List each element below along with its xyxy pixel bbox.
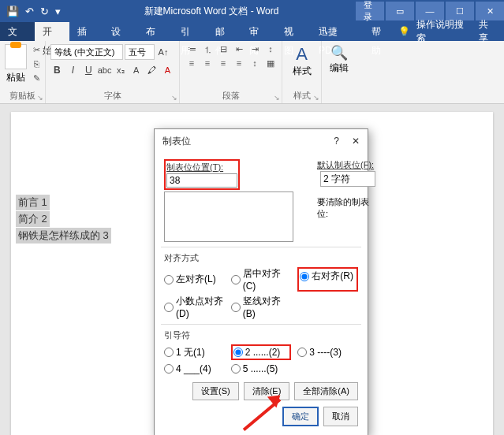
italic-button[interactable]: I	[66, 63, 80, 77]
toc-line[interactable]: 前言 1	[16, 195, 50, 210]
styles-label: 样式	[293, 65, 312, 78]
align-center-icon[interactable]: ≡	[200, 58, 215, 71]
shading-icon[interactable]: ▦	[263, 58, 278, 71]
paragraph-launcher-icon[interactable]: ↘	[274, 94, 280, 102]
group-label-font: 字体	[46, 90, 179, 102]
numbering-icon[interactable]: ⒈	[200, 44, 215, 57]
align-bar-radio[interactable]: 竖线对齐(B)	[231, 295, 292, 319]
save-icon[interactable]: 💾	[6, 6, 19, 17]
dialog-title: 制表位	[162, 135, 191, 148]
grow-font-icon[interactable]: A↑	[156, 45, 170, 59]
highlight-button[interactable]: 🖍	[145, 63, 159, 77]
bold-button[interactable]: B	[50, 63, 64, 77]
toc-line[interactable]: 钢铁是怎样练成的 3	[16, 228, 111, 244]
tab-positions-list[interactable]	[164, 191, 293, 242]
paste-label: 粘贴	[6, 71, 25, 84]
quick-access-toolbar: 💾 ↶ ↻ ▾	[0, 6, 67, 17]
styles-icon: A	[296, 44, 308, 65]
share-button[interactable]: 共享	[479, 18, 498, 45]
redo-icon[interactable]: ↻	[40, 6, 49, 17]
clipboard-launcher-icon[interactable]: ↘	[37, 94, 43, 102]
effects-button[interactable]: A	[129, 63, 143, 77]
menu-bar: 文件 开始 插入 设计 布局 引用 邮件 审阅 视图 迅捷PDF 帮助 💡 操作…	[0, 22, 504, 41]
ribbon-group-paragraph: ≔ ⒈ ⊟ ⇤ ⇥ ↕ ≡ ≡ ≡ ≡ ↕ ▦ 段落 ↘	[180, 41, 282, 103]
leader-dashes-radio[interactable]: 3 ----(3)	[297, 344, 358, 360]
tabs-dialog: 制表位 ? ✕ 制表位位置(T): 默认制表位(F): 要清除的制表位: 对齐方…	[154, 128, 368, 435]
qat-more-icon[interactable]: ▾	[55, 6, 61, 17]
leader-under-radio[interactable]: 4 ___(4)	[164, 363, 225, 374]
cancel-button[interactable]: 取消	[323, 407, 358, 426]
annotation-arrow	[233, 398, 280, 401]
justify-icon[interactable]: ≡	[232, 58, 246, 71]
styles-launcher-icon[interactable]: ↘	[313, 94, 319, 102]
default-tab-label: 默认制表位(F):	[317, 159, 375, 171]
align-decimal-radio[interactable]: 小数点对齐(D)	[164, 295, 225, 319]
ribbon-group-clipboard: 粘贴 ✂ ⎘ ✎ 剪贴板 ↘	[0, 41, 46, 103]
tab-position-label: 制表位位置(T):	[166, 162, 237, 173]
menu-mailings[interactable]: 邮件	[207, 22, 242, 41]
font-launcher-icon[interactable]: ↘	[171, 94, 177, 102]
menu-xunjie[interactable]: 迅捷PDF	[311, 22, 364, 41]
bullets-icon[interactable]: ≔	[185, 44, 199, 57]
tell-me-label[interactable]: 操作说明搜索	[416, 18, 472, 45]
menu-home[interactable]: 开始	[35, 22, 69, 41]
font-size-select[interactable]: 五号	[125, 44, 155, 60]
login-button[interactable]: 登录	[356, 2, 384, 20]
leader-none-radio[interactable]: 1 无(1)	[164, 344, 225, 360]
tell-me-icon: 💡	[398, 26, 410, 37]
editing-label: 编辑	[330, 61, 349, 75]
dialog-help-button[interactable]: ?	[334, 136, 339, 147]
undo-icon[interactable]: ↶	[25, 6, 34, 17]
sort-icon[interactable]: ↕	[263, 44, 278, 57]
menu-insert[interactable]: 插入	[69, 22, 104, 41]
menu-view[interactable]: 视图	[276, 22, 311, 41]
paste-icon	[5, 44, 27, 69]
group-label-paragraph: 段落	[180, 90, 282, 102]
multilevel-icon[interactable]: ⊟	[216, 44, 230, 57]
styles-button[interactable]: A 样式	[287, 44, 316, 78]
dialog-titlebar: 制表位 ? ✕	[155, 129, 368, 153]
font-name-select[interactable]: 等线 (中文正文)	[50, 44, 123, 60]
ribbon: 粘贴 ✂ ⎘ ✎ 剪贴板 ↘ 等线 (中文正文) 五号 A↑ B I U abc…	[0, 41, 504, 104]
alignment-section-label: 对齐方式	[164, 252, 358, 264]
leader-section-label: 引导符	[164, 329, 358, 341]
ok-button[interactable]: 确定	[282, 407, 319, 426]
align-left-icon[interactable]: ≡	[185, 58, 199, 71]
clear-tabs-label: 要清除的制表位:	[317, 196, 375, 220]
indent-inc-icon[interactable]: ⇥	[248, 44, 262, 57]
format-painter-icon[interactable]: ✎	[30, 72, 43, 84]
menu-layout[interactable]: 布局	[138, 22, 173, 41]
subscript-button[interactable]: x₂	[114, 63, 127, 77]
underline-button[interactable]: U	[82, 63, 95, 77]
strike-button[interactable]: abc	[98, 63, 112, 77]
menu-file[interactable]: 文件	[0, 22, 35, 41]
align-center-radio[interactable]: 居中对齐(C)	[231, 267, 292, 292]
menu-help[interactable]: 帮助	[364, 22, 398, 41]
editing-button[interactable]: 🔍 编辑	[327, 44, 352, 75]
leader-dots2-radio[interactable]: 5 ......(5)	[231, 363, 292, 374]
ribbon-group-editing: 🔍 编辑	[322, 41, 357, 103]
copy-icon[interactable]: ⎘	[30, 58, 43, 69]
ribbon-group-styles: A 样式 样式 ↘	[282, 41, 322, 103]
toc-line[interactable]: 简介 2	[16, 211, 50, 227]
align-right-radio[interactable]: 右对齐(R)	[300, 270, 356, 283]
spacing-icon[interactable]: ↕	[248, 58, 262, 71]
find-icon: 🔍	[330, 44, 348, 61]
cut-icon[interactable]: ✂	[30, 44, 43, 55]
menu-review[interactable]: 审阅	[241, 22, 276, 41]
set-button[interactable]: 设置(S)	[192, 382, 239, 400]
leader-dots-radio[interactable]: 2 ......(2)	[233, 347, 289, 358]
default-tab-input[interactable]	[320, 171, 375, 187]
tab-position-input[interactable]	[166, 173, 237, 188]
window-title: 新建Microsoft Word 文档 - Word	[67, 5, 356, 18]
menu-design[interactable]: 设计	[103, 22, 138, 41]
paste-button[interactable]: 粘贴	[5, 44, 27, 84]
align-right-icon[interactable]: ≡	[216, 58, 230, 71]
indent-dec-icon[interactable]: ⇤	[232, 44, 246, 57]
clear-all-button[interactable]: 全部清除(A)	[294, 382, 358, 400]
align-left-radio[interactable]: 左对齐(L)	[164, 267, 225, 292]
dialog-close-button[interactable]: ✕	[352, 136, 360, 147]
font-color-button[interactable]: A	[161, 63, 174, 77]
menu-references[interactable]: 引用	[173, 22, 207, 41]
ribbon-group-font: 等线 (中文正文) 五号 A↑ B I U abc x₂ A 🖍 A 字体 ↘	[46, 41, 180, 103]
